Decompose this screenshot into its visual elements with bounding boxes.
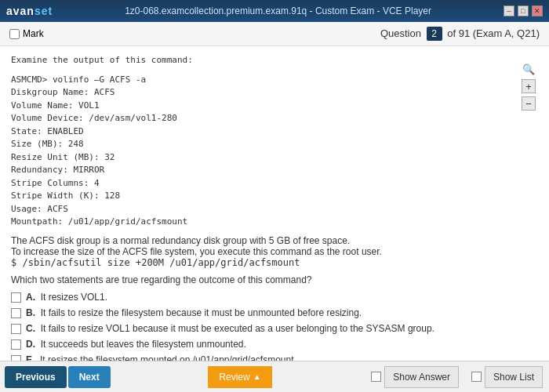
show-answer-checkbox[interactable]: [371, 372, 381, 382]
show-list-checkbox[interactable]: [471, 372, 482, 382]
description: The ACFS disk group is a normal redundan…: [11, 235, 519, 268]
sidebar-tools: 🔍 + −: [519, 54, 538, 353]
review-label: Review: [219, 372, 249, 383]
option-a-checkbox[interactable]: [11, 292, 21, 303]
answer-options: A. It resizes VOL1. B. It fails to resiz…: [11, 292, 519, 361]
minimize-button[interactable]: –: [504, 5, 514, 16]
question-word: Question: [380, 27, 421, 39]
cmd-line-10: Stripe Width (K): 128: [11, 190, 519, 203]
option-e: E. It resizes the filesystem mounted on …: [11, 354, 519, 361]
cmd-line-4: Volume Device: /dev/asm/vol1-280: [11, 112, 519, 125]
question-body: Examine the output of this command: ASMC…: [0, 46, 549, 361]
cmd-line-2: Diskgroup Name: ACFS: [11, 86, 519, 100]
previous-button[interactable]: Previous: [5, 366, 67, 388]
option-b: B. It fails to resize the filesystem bec…: [11, 307, 519, 318]
main-content: Mark Question 2 of 91 (Exam A, Q21) Exam…: [0, 22, 549, 361]
cmd-line-6: Size (MB): 248: [11, 138, 519, 151]
review-arrow-icon: ▲: [253, 372, 261, 381]
option-e-checkbox[interactable]: [11, 355, 21, 361]
cmd-line-3: Volume Name: VOL1: [11, 100, 519, 113]
option-b-label: B. It fails to resize the filesystem bec…: [26, 307, 362, 318]
mark-checkbox[interactable]: [9, 29, 20, 39]
question-content: Examine the output of this command: ASMC…: [11, 54, 519, 353]
cmd-line-8: Redundancy: MIRROR: [11, 164, 519, 177]
app-logo: avanset: [6, 5, 53, 17]
title-bar: avanset 1z0-068.examcollection.premium.e…: [0, 0, 549, 22]
option-e-label: E. It resizes the filesystem mounted on …: [26, 354, 296, 361]
question-info: Question 2 of 91 (Exam A, Q21): [380, 27, 540, 41]
logo-part2: set: [35, 5, 53, 17]
option-c-label: C. It fails to resize VOL1 because it mu…: [26, 323, 434, 334]
cmd-line-1: ASMCMD> volinfo –G ACFS -a: [11, 74, 519, 87]
option-b-checkbox[interactable]: [11, 308, 21, 318]
zoom-in-button[interactable]: +: [522, 79, 536, 93]
question-number: 2: [427, 27, 442, 41]
option-d-checkbox[interactable]: [11, 339, 21, 350]
show-list-button[interactable]: Show List: [485, 366, 543, 388]
bottom-toolbar: Previous Next Review ▲ Show Answer Show …: [0, 361, 549, 392]
nav-section: Previous Next: [0, 361, 115, 392]
cmd-line-12: Mountpath: /u01/app/grid/acfsmount: [11, 216, 519, 229]
maximize-button[interactable]: □: [518, 5, 529, 16]
mark-section[interactable]: Mark: [9, 28, 44, 39]
review-button[interactable]: Review ▲: [208, 366, 271, 388]
desc-line-2: To increase the size of the ACFS file sy…: [11, 246, 519, 257]
question-intro: Examine the output of this command:: [11, 54, 519, 67]
question-header: Mark Question 2 of 91 (Exam A, Q21): [0, 22, 549, 46]
cmd-line-11: Usage: ACFS: [11, 203, 519, 216]
option-a-label: A. It resizes VOL1.: [26, 292, 107, 303]
close-button[interactable]: ✕: [532, 5, 543, 16]
window-controls[interactable]: – □ ✕: [504, 5, 543, 16]
option-a: A. It resizes VOL1.: [11, 292, 519, 303]
question-prompt: Which two statements are true regarding …: [11, 274, 519, 285]
desc-line-1: The ACFS disk group is a normal redundan…: [11, 235, 519, 246]
option-c: C. It fails to resize VOL1 because it mu…: [11, 323, 519, 334]
cmd-line-7: Resize Unit (MB): 32: [11, 151, 519, 165]
cmd-line-5: State: ENABLED: [11, 125, 519, 139]
question-total: of 91 (Exam A, Q21): [447, 27, 540, 39]
search-icon[interactable]: 🔍: [522, 62, 536, 76]
window-title: 1z0-068.examcollection.premium.exam.91q …: [125, 5, 431, 16]
option-c-checkbox[interactable]: [11, 324, 21, 334]
mark-label: Mark: [23, 28, 44, 39]
show-list-section: Show List: [465, 361, 549, 392]
show-answer-button[interactable]: Show Answer: [384, 366, 459, 388]
option-d-label: D. It succeeds but leaves the filesystem…: [26, 339, 246, 350]
option-d: D. It succeeds but leaves the filesystem…: [11, 339, 519, 350]
cmd-line-9: Stripe Columns: 4: [11, 177, 519, 191]
logo-part1: avan: [6, 5, 35, 17]
show-answer-section: Show Answer: [365, 361, 465, 392]
middle-section: Review ▲: [115, 361, 365, 392]
command-output: ASMCMD> volinfo –G ACFS -a Diskgroup Nam…: [11, 74, 519, 229]
next-button[interactable]: Next: [68, 366, 111, 388]
desc-line-3: $ /sbin/acfsutil size +200M /u01/app/gri…: [11, 257, 519, 268]
title-bar-left: avanset: [6, 5, 53, 17]
zoom-out-button[interactable]: −: [522, 96, 536, 111]
